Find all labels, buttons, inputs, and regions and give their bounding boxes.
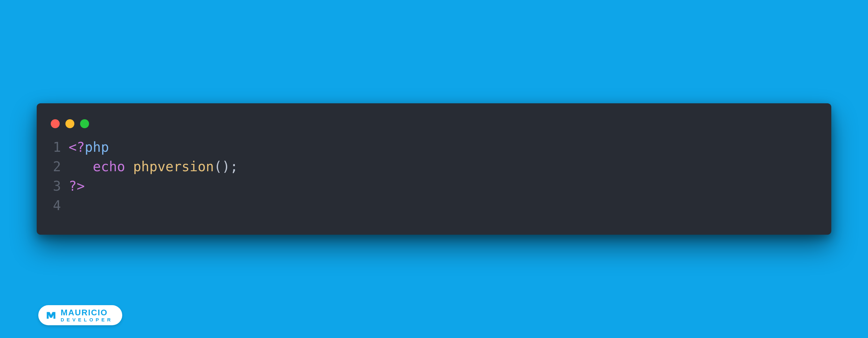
code-block: 1<?php2 echo phpversion();3?>4 <box>50 138 818 215</box>
code-window: 1<?php2 echo phpversion();3?>4 <box>37 103 831 235</box>
author-badge: MAURICIO DEVELOPER <box>38 305 122 325</box>
code-line: 1<?php <box>50 138 818 157</box>
zoom-icon[interactable] <box>80 119 89 128</box>
logo-icon <box>45 310 57 321</box>
code-line: 2 echo phpversion(); <box>50 157 818 177</box>
line-content: <?php <box>69 138 109 157</box>
code-line: 3?> <box>50 177 818 196</box>
line-content: echo phpversion(); <box>69 157 238 177</box>
close-icon[interactable] <box>51 119 60 128</box>
badge-subtitle: DEVELOPER <box>61 317 113 322</box>
line-number: 2 <box>50 157 69 177</box>
code-line: 4 <box>50 196 818 215</box>
badge-name: MAURICIO <box>61 308 113 317</box>
line-number: 4 <box>50 196 69 215</box>
line-number: 1 <box>50 138 69 157</box>
line-content: ?> <box>69 177 85 196</box>
window-titlebar <box>50 116 818 138</box>
line-number: 3 <box>50 177 69 196</box>
minimize-icon[interactable] <box>65 119 74 128</box>
